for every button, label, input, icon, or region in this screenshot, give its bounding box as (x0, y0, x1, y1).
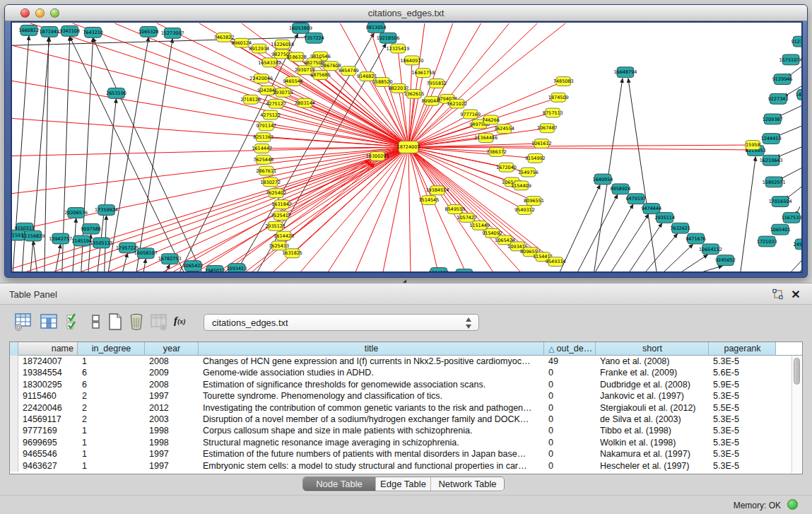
select-columns-icon[interactable] (65, 312, 83, 332)
table-row[interactable]: 2242004622012Investigating the contribut… (10, 402, 802, 414)
cell-name[interactable]: 9699695 (18, 437, 78, 448)
cell-year[interactable]: 2008 (145, 379, 199, 390)
cell-out_de[interactable]: 0 (544, 425, 596, 436)
cell-pagerank[interactable]: 5.3E-5 (709, 437, 776, 448)
cell-pagerank[interactable]: 5.3E-5 (709, 390, 776, 402)
column-icon[interactable] (40, 312, 58, 332)
cell-name[interactable]: 18724007 (18, 356, 78, 367)
column-header-title[interactable]: title (199, 342, 544, 356)
cell-pagerank[interactable]: 5.9E-5 (709, 379, 776, 390)
cell-year[interactable]: 1998 (145, 437, 199, 448)
cell-year[interactable]: 2008 (145, 356, 199, 367)
cell-short[interactable]: Jankovic et al. (1997) (596, 390, 709, 402)
cell-in_degree[interactable]: 2 (78, 414, 145, 425)
cell-title[interactable]: Estimation of significance thresholds fo… (199, 379, 544, 390)
cell-title[interactable]: Investigating the contribution of common… (199, 402, 544, 414)
tab-edge-table[interactable]: Edge Table (375, 477, 430, 491)
cell-pagerank[interactable]: 5.3E-5 (709, 425, 776, 436)
cell-out_de[interactable]: 0 (544, 460, 596, 472)
tab-network-table[interactable]: Network Table (430, 477, 504, 491)
cell-in_degree[interactable]: 1 (78, 356, 145, 367)
cell-pagerank[interactable]: 5.5E-5 (709, 402, 776, 414)
new-table-icon[interactable] (106, 312, 124, 332)
cell-in_degree[interactable]: 1 (78, 448, 145, 460)
cell-title[interactable]: Structural magnetic resonance image aver… (199, 437, 544, 448)
cell-title[interactable]: Corpus callosum shape and size in male p… (199, 425, 544, 436)
scrollbar-thumb[interactable] (794, 358, 800, 385)
cell-out_de[interactable]: 0 (544, 437, 596, 448)
cell-name[interactable]: 22420046 (18, 402, 78, 414)
cell-in_degree[interactable]: 6 (78, 367, 145, 378)
vertical-scrollbar[interactable] (792, 356, 801, 473)
cell-name[interactable]: 9465546 (18, 448, 78, 460)
cell-title[interactable]: Changes of HCN gene expression and I(f) … (199, 356, 544, 367)
cell-title[interactable]: Disruption of a novel member of a sodium… (199, 414, 544, 425)
cell-title[interactable]: Embryonic stem cells: a model to study s… (199, 460, 544, 472)
column-header-out_de[interactable]: △ out_de… (544, 342, 596, 356)
cell-title[interactable]: Genome-wide association studies in ADHD. (199, 367, 544, 378)
cell-title[interactable]: Tourette syndrome. Phenomenology and cla… (199, 390, 544, 402)
cell-out_de[interactable]: 49 (544, 356, 596, 367)
cell-year[interactable]: 1997 (145, 448, 199, 460)
cell-out_de[interactable]: 0 (544, 448, 596, 460)
combo-stepper-icon[interactable] (465, 317, 472, 329)
cell-short[interactable]: Tibbo et al. (1998) (596, 425, 709, 436)
cell-pagerank[interactable]: 5.3E-5 (709, 460, 776, 472)
cell-out_de[interactable]: 0 (544, 367, 596, 378)
cell-short[interactable]: Franke et al. (2009) (596, 367, 709, 378)
cell-pagerank[interactable]: 5.3E-5 (709, 414, 776, 425)
cell-pagerank[interactable]: 5.6E-5 (709, 367, 776, 378)
table-row[interactable]: 969969511998Structural magnetic resonanc… (10, 437, 802, 448)
column-header-name[interactable]: name (18, 342, 78, 356)
column-header-short[interactable]: short (596, 342, 709, 356)
cell-in_degree[interactable]: 1 (78, 437, 145, 448)
memory-indicator[interactable] (787, 499, 798, 510)
column-header-in_degree[interactable]: in_degree (78, 342, 145, 356)
cell-title[interactable]: Estimation of the future numbers of pati… (199, 448, 544, 460)
cell-short[interactable]: Yano et al. (2008) (596, 356, 709, 367)
cell-name[interactable]: 9777169 (18, 425, 78, 436)
cell-in_degree[interactable]: 1 (78, 425, 145, 436)
cell-short[interactable]: de Silva et al. (2003) (596, 414, 709, 425)
cell-out_de[interactable]: 0 (544, 379, 596, 390)
function-builder-icon[interactable]: f(x) (174, 315, 192, 334)
cell-out_de[interactable]: 0 (544, 390, 596, 402)
cell-short[interactable]: Dudbridge et al. (2008) (596, 379, 709, 390)
network-view[interactable]: 1660812187194393421087643210106532815273… (11, 21, 803, 273)
cell-pagerank[interactable]: 5.3E-5 (709, 356, 776, 367)
cell-name[interactable]: 14569117 (18, 414, 78, 425)
cell-year[interactable]: 2003 (145, 414, 199, 425)
cell-year[interactable]: 2009 (145, 367, 199, 378)
table-row[interactable]: 1938455462009Genome-wide association stu… (10, 367, 802, 378)
cell-year[interactable]: 1998 (145, 425, 199, 436)
table-row[interactable]: 911546021997Tourette syndrome. Phenomeno… (10, 390, 802, 402)
cell-name[interactable]: 19384554 (18, 367, 78, 378)
cell-short[interactable]: Wolkin et al. (1998) (596, 437, 709, 448)
cell-out_de[interactable]: 0 (544, 402, 596, 414)
table-row[interactable]: 1456911722003Disruption of a novel membe… (10, 414, 802, 425)
table-row[interactable]: 946554611997Estimation of the future num… (10, 448, 802, 460)
cell-name[interactable]: 9463627 (18, 460, 78, 472)
table-name-combobox[interactable]: citations_edges.txt (204, 314, 479, 331)
table-mode-icon[interactable] (14, 312, 33, 332)
cell-out_de[interactable]: 0 (544, 414, 596, 425)
window-titlebar[interactable]: citations_edges.txt (5, 5, 807, 21)
table-row[interactable]: 946362711997Embryonic stem cells: a mode… (10, 460, 802, 472)
cell-year[interactable]: 1997 (145, 460, 199, 472)
cell-in_degree[interactable]: 2 (78, 390, 145, 402)
rows-icon[interactable] (87, 312, 105, 332)
column-header-pagerank[interactable]: pagerank (709, 342, 776, 356)
cell-short[interactable]: Nakamura et al. (1997) (596, 448, 709, 460)
cell-year[interactable]: 2012 (145, 402, 199, 414)
table-row[interactable]: 1872400712008Changes of HCN gene express… (10, 356, 802, 367)
cell-name[interactable]: 18300295 (18, 379, 78, 390)
cell-year[interactable]: 1997 (145, 390, 199, 402)
delete-icon[interactable] (127, 312, 146, 332)
table-row[interactable]: 1830029562008Estimation of significance … (10, 379, 802, 390)
float-panel-icon[interactable] (771, 288, 784, 301)
cell-name[interactable]: 9115460 (18, 390, 78, 402)
tab-node-table[interactable]: Node Table (303, 477, 375, 491)
cell-pagerank[interactable]: 5.3E-5 (709, 448, 776, 460)
cell-short[interactable]: Stergiakouli et al. (2012) (596, 402, 709, 414)
citation-network-graph[interactable]: 1660812187194393421087643210106532815273… (12, 23, 801, 271)
